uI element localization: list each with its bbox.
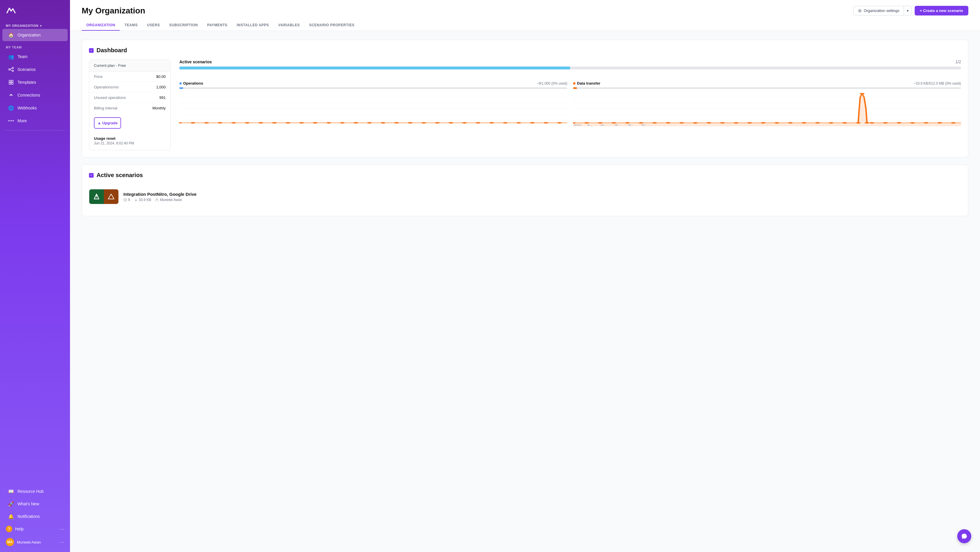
scenario-ops: 9: [123, 198, 130, 202]
svg-point-23: [231, 122, 236, 124]
scenario-data: 33.9 KB: [134, 198, 151, 202]
sidebar-item-resource-hub[interactable]: 📖 Resource Hub: [2, 485, 68, 498]
active-scenarios-section-title: Active scenarios: [97, 172, 143, 178]
usage-reset: Usage reset Jun 21, 2024, 8:02:40 PM: [89, 133, 170, 150]
plan-card: Current plan - Free Price $0.00 Operatio…: [89, 59, 171, 150]
org-section-label[interactable]: MY ORGANIZATION ▾: [0, 21, 70, 29]
sidebar-item-templates[interactable]: Templates: [2, 76, 68, 88]
svg-point-39: [449, 122, 453, 124]
svg-point-75: [856, 122, 861, 124]
svg-point-21: [204, 122, 209, 124]
plan-row-ops: Operations/mo 1,000: [89, 82, 170, 92]
dashboard-grid: Current plan - Free Price $0.00 Operatio…: [89, 59, 961, 150]
sidebar-item-connections[interactable]: Connections: [2, 89, 68, 101]
svg-point-70: [788, 122, 793, 124]
svg-point-72: [815, 122, 820, 124]
ops-dot: [180, 82, 182, 84]
active-scenarios-bar: Active scenarios 1/2: [180, 59, 961, 75]
svg-text:5.: 5.: [641, 124, 647, 126]
sidebar-item-team[interactable]: 👥 Team: [2, 51, 68, 63]
svg-point-45: [530, 122, 535, 124]
svg-text:30.: 30.: [573, 124, 582, 126]
scenario-icon-google-drive: [104, 189, 118, 204]
active-scenarios-label: Active scenarios 1/2: [180, 59, 961, 64]
svg-point-35: [394, 122, 399, 124]
my-team-label: MY TEAM: [0, 41, 70, 50]
sidebar-item-help[interactable]: ? Help ⋯: [0, 523, 70, 535]
dt-dot: [573, 82, 576, 84]
tab-variables[interactable]: VARIABLES: [274, 20, 304, 31]
scenario-user: Muneeb Awan: [155, 198, 182, 202]
svg-point-36: [408, 122, 413, 124]
org-settings-button[interactable]: Organization settings: [853, 6, 904, 16]
webhooks-icon: 🌐: [8, 105, 14, 111]
svg-marker-93: [108, 194, 114, 199]
svg-point-43: [503, 122, 508, 124]
dashboard-section: ✓ Dashboard Current plan - Free Price $0…: [82, 40, 968, 157]
svg-point-19: [180, 122, 182, 124]
sidebar-item-notifications[interactable]: 🔔 Notifications: [2, 510, 68, 523]
connections-icon: [8, 92, 14, 98]
active-scenarios-progress: [180, 67, 961, 70]
user-options-icon[interactable]: ⋯: [59, 539, 64, 545]
org-settings-dropdown-button[interactable]: ▾: [904, 6, 912, 16]
sidebar-item-organization[interactable]: 🏠 Organization: [2, 29, 68, 41]
svg-point-2: [12, 70, 14, 72]
scenario-icon-postnitro: [89, 189, 104, 204]
svg-text:3.: 3.: [614, 124, 619, 126]
svg-point-41: [476, 122, 480, 124]
sidebar-item-whats-new[interactable]: 🚀 What's New: [2, 498, 68, 510]
svg-point-65: [720, 122, 725, 124]
svg-point-26: [272, 122, 277, 124]
ops-progress-bar: [180, 87, 567, 89]
svg-point-74: [842, 122, 847, 124]
scenarios-icon: [8, 67, 14, 72]
svg-text:4.: 4.: [627, 124, 633, 126]
ops-progress-fill: [180, 87, 183, 89]
notifications-icon: 🔔: [8, 514, 14, 519]
chat-button[interactable]: [957, 529, 971, 543]
svg-point-46: [544, 122, 549, 124]
svg-point-44: [516, 122, 521, 124]
tab-installed-apps[interactable]: INSTALLED APPS: [232, 20, 274, 31]
tab-organization[interactable]: ORGANIZATION: [82, 20, 120, 31]
tab-teams[interactable]: TEAMS: [120, 20, 142, 31]
tab-subscription[interactable]: SUBSCRIPTION: [164, 20, 202, 31]
sidebar-item-more[interactable]: More: [2, 115, 68, 127]
tab-users[interactable]: USERS: [142, 20, 164, 31]
tab-scenario-properties[interactable]: SCENARIO PROPERTIES: [304, 20, 359, 31]
svg-point-30: [326, 122, 331, 124]
svg-point-28: [299, 122, 304, 124]
svg-point-80: [897, 122, 902, 124]
svg-point-34: [381, 122, 386, 124]
charts-area: Active scenarios 1/2: [180, 59, 961, 150]
svg-point-22: [218, 122, 223, 124]
active-scenarios-checkbox: ✓: [89, 173, 94, 178]
svg-rect-7: [9, 83, 11, 84]
dt-progress-bar: [573, 87, 961, 89]
svg-point-84: [951, 122, 956, 124]
home-icon: 🏠: [8, 32, 14, 38]
ops-metric-header: Operations ~9/1,000 (0% used): [180, 81, 567, 86]
upgrade-button[interactable]: ▲ Upgrade: [94, 117, 121, 129]
svg-point-25: [258, 122, 263, 124]
active-scenarios-section: ✓ Active scenarios: [82, 165, 968, 216]
main-content: My Organization Organization settings ▾ …: [70, 0, 980, 552]
svg-rect-5: [9, 80, 11, 82]
templates-icon: [8, 80, 14, 85]
svg-rect-6: [11, 80, 13, 82]
tab-payments[interactable]: PAYMENTS: [202, 20, 232, 31]
sidebar-item-scenarios[interactable]: Scenarios: [2, 63, 68, 76]
svg-point-78: [869, 122, 874, 124]
svg-point-40: [462, 122, 467, 124]
svg-marker-53: [573, 94, 961, 126]
svg-point-27: [286, 122, 291, 124]
dt-progress-fill: [573, 87, 577, 89]
svg-point-1: [12, 67, 14, 69]
create-scenario-button[interactable]: + Create a new scenario: [915, 6, 969, 16]
header-actions: Organization settings ▾ + Create a new s…: [853, 6, 968, 16]
sidebar-item-webhooks[interactable]: 🌐 Webhooks: [2, 102, 68, 114]
sidebar-user-item[interactable]: MA Muneeb Awan ⋯: [0, 535, 70, 549]
svg-point-10: [8, 120, 10, 121]
help-options-icon[interactable]: ⋯: [59, 527, 64, 532]
